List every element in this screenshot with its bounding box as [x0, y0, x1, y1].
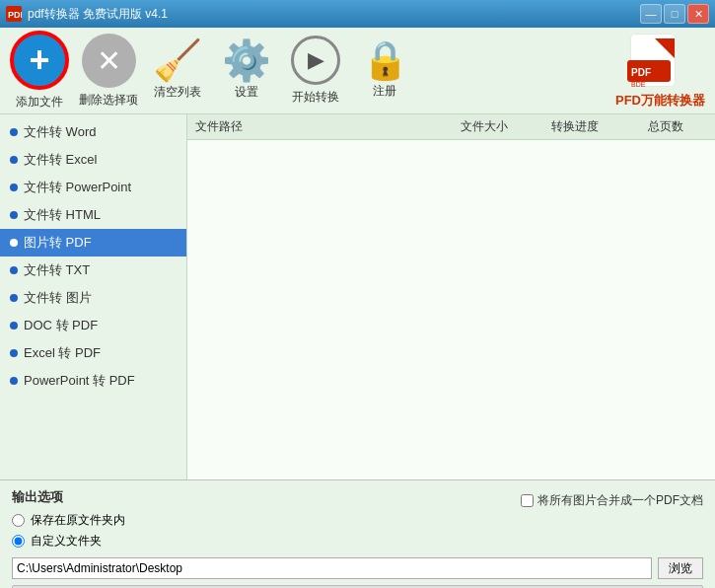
path-input[interactable] [12, 557, 652, 579]
sidebar-label-powerpoint: 文件转 PowerPoint [24, 179, 131, 196]
play-icon: ▶ [291, 36, 340, 85]
delete-icon: ✕ [82, 34, 136, 88]
dot-icon [10, 156, 18, 164]
file-table-area: 文件路径 文件大小 转换进度 总页数 [187, 114, 715, 479]
main-content: 文件转 Word 文件转 Excel 文件转 PowerPoint 文件转 HT… [0, 114, 715, 479]
title-text: pdf转换器 免费试用版 v4.1 [28, 6, 168, 23]
title-bar: PDF pdf转换器 免费试用版 v4.1 — □ ✕ [0, 0, 715, 28]
delete-label: 删除选择项 [79, 92, 138, 109]
sidebar-item-to-image[interactable]: 文件转 图片 [0, 284, 186, 312]
add-label: 添加文件 [16, 94, 63, 110]
add-file-button[interactable]: + 添加文件 [10, 31, 69, 110]
sidebar-item-powerpoint[interactable]: 文件转 PowerPoint [0, 174, 186, 201]
svg-text:BDE: BDE [631, 81, 646, 88]
maximize-button[interactable]: □ [664, 4, 685, 24]
sidebar-label-to-image: 文件转 图片 [24, 289, 92, 307]
radio-label-1: 保存在原文件夹内 [31, 512, 125, 529]
sidebar-item-txt[interactable]: 文件转 TXT [0, 257, 186, 284]
browse-button[interactable]: 浏览 [658, 557, 703, 579]
sidebar-label-doc-to-pdf: DOC 转 PDF [24, 317, 98, 334]
add-icon: + [10, 31, 69, 90]
title-controls: — □ ✕ [640, 4, 709, 24]
sidebar: 文件转 Word 文件转 Excel 文件转 PowerPoint 文件转 HT… [0, 114, 187, 479]
col-header-progress: 转换进度 [526, 118, 624, 135]
svg-text:PDF: PDF [8, 10, 22, 20]
dot-icon [10, 377, 18, 385]
brand-logo: PDF BDE PFD万能转换器 [615, 33, 705, 110]
sidebar-label-excel-to-pdf: Excel 转 PDF [24, 344, 101, 362]
dot-icon [10, 349, 18, 357]
path-row: 浏览 [12, 557, 703, 579]
brand-text: PFD万能转换器 [615, 92, 705, 110]
delete-selection-button[interactable]: ✕ 删除选择项 [79, 34, 138, 109]
start-convert-toolbar-button[interactable]: ▶ 开始转换 [286, 36, 345, 106]
sidebar-item-word[interactable]: 文件转 Word [0, 118, 186, 146]
output-options: 保存在原文件夹内 自定义文件夹 浏览 [12, 512, 703, 579]
sidebar-item-img-to-pdf[interactable]: 图片转 PDF [0, 229, 186, 257]
register-label: 注册 [373, 83, 396, 100]
close-button[interactable]: ✕ [687, 4, 709, 24]
sidebar-label-html: 文件转 HTML [24, 206, 101, 224]
col-header-path: 文件路径 [195, 118, 443, 135]
table-header: 文件路径 文件大小 转换进度 总页数 [187, 114, 715, 140]
broom-icon: 🧹 [153, 40, 202, 80]
radio-label-2: 自定义文件夹 [31, 533, 102, 550]
start-label: 开始转换 [292, 89, 339, 106]
radio-original-folder[interactable] [12, 514, 25, 527]
dot-icon [10, 322, 18, 330]
dot-icon [10, 211, 18, 219]
sidebar-label-ppt-to-pdf: PowerPoint 转 PDF [24, 372, 135, 390]
title-bar-left: PDF pdf转换器 免费试用版 v4.1 [6, 6, 168, 23]
sidebar-item-excel[interactable]: 文件转 Excel [0, 146, 186, 174]
dot-icon [10, 128, 18, 136]
merge-label: 将所有图片合并成一个PDF文档 [537, 492, 703, 509]
sidebar-label-txt: 文件转 TXT [24, 261, 90, 279]
sidebar-item-ppt-to-pdf[interactable]: PowerPoint 转 PDF [0, 367, 186, 395]
radio-row-2: 自定义文件夹 [12, 533, 703, 550]
dot-icon [10, 266, 18, 274]
merge-checkbox[interactable] [521, 494, 534, 507]
col-header-pages: 总页数 [624, 118, 707, 135]
table-body [187, 140, 715, 479]
sidebar-item-html[interactable]: 文件转 HTML [0, 201, 186, 229]
col-header-size: 文件大小 [443, 118, 526, 135]
gear-icon: ⚙️ [222, 40, 271, 80]
output-panel: 输出选项 将所有图片合并成一个PDF文档 保存在原文件夹内 自定义文件夹 浏览 … [0, 479, 715, 588]
settings-label: 设置 [235, 84, 258, 101]
app-icon: PDF [6, 6, 22, 22]
svg-text:PDF: PDF [631, 67, 651, 78]
sidebar-label-word: 文件转 Word [24, 123, 96, 141]
settings-button[interactable]: ⚙️ 设置 [217, 40, 276, 101]
minimize-button[interactable]: — [640, 4, 662, 24]
register-button[interactable]: 🔒 注册 [355, 41, 414, 100]
sidebar-label-img-to-pdf: 图片转 PDF [24, 234, 92, 252]
sidebar-item-excel-to-pdf[interactable]: Excel 转 PDF [0, 339, 186, 367]
sidebar-label-excel: 文件转 Excel [24, 151, 97, 169]
radio-custom-folder[interactable] [12, 535, 25, 548]
clear-list-button[interactable]: 🧹 清空列表 [148, 40, 207, 101]
output-title: 输出选项 [12, 488, 63, 506]
dot-purple-icon [10, 239, 18, 247]
clear-label: 清空列表 [154, 84, 201, 101]
brand-logo-svg: PDF BDE [627, 33, 694, 92]
merge-checkbox-row: 将所有图片合并成一个PDF文档 [521, 492, 703, 509]
lock-icon: 🔒 [362, 41, 408, 79]
sidebar-item-doc-to-pdf[interactable]: DOC 转 PDF [0, 312, 186, 339]
toolbar: + 添加文件 ✕ 删除选择项 🧹 清空列表 ⚙️ 设置 ▶ 开始转换 🔒 注册 … [0, 28, 715, 114]
dot-icon [10, 294, 18, 302]
dot-icon [10, 184, 18, 191]
radio-row-1: 保存在原文件夹内 [12, 512, 703, 529]
